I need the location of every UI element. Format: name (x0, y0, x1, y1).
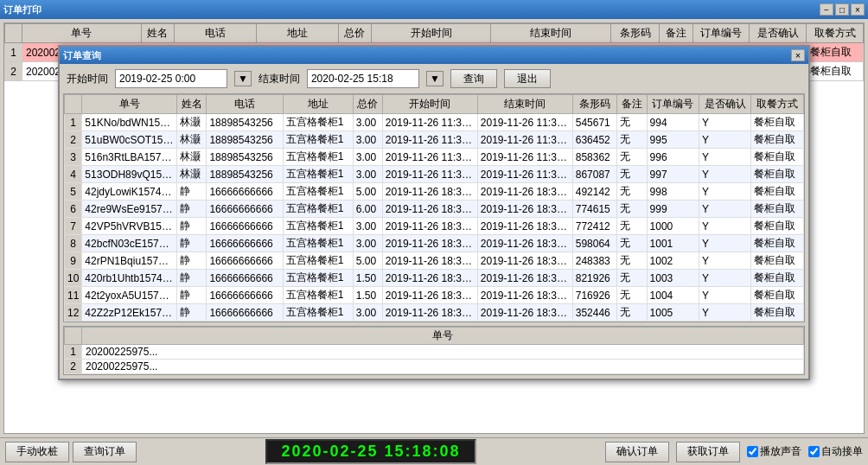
close-button[interactable]: × (851, 3, 865, 16)
start-time-input[interactable] (115, 69, 227, 88)
cell-phone: 16666666666 (207, 218, 283, 235)
cell-start: 2019-11-26 18:30:00 (382, 270, 477, 287)
cell-barcode: 716926 (572, 287, 617, 304)
cell-order-no: 42jdyLowiK1574734111 (82, 183, 177, 201)
col-order-no: 单号 (22, 24, 142, 43)
table-row[interactable]: 11 42t2yoxA5U1574736224 静 16666666666 五宫… (65, 287, 804, 304)
cell-address: 五宫格餐柜1 (283, 131, 353, 149)
row-num: 2 (5, 62, 22, 81)
exit-modal-button[interactable]: 退出 (504, 69, 551, 88)
table-row[interactable]: 10 420rb1Uhtb1574736121 静 16666666666 五宫… (65, 270, 804, 287)
cell-order-num: 994 (647, 114, 699, 131)
manual-button[interactable]: 手动收桩 (5, 442, 69, 462)
table-row[interactable]: 12 42Z2zP12Ek1574756675 静 16666666666 五宫… (65, 304, 804, 322)
table-row[interactable]: 4 513ODH89vQ1574733... 林灏 18898543256 五宫… (65, 166, 804, 183)
table-row[interactable]: 6 42re9WsEe91574734184 静 16666666666 五宫格… (65, 201, 804, 218)
col-pickup: 取餐方式 (807, 24, 864, 43)
dropdown-icon-end[interactable]: ▼ (426, 71, 444, 86)
cell-order-no: 420rb1Uhtb1574736121 (82, 270, 177, 287)
mcol-confirmed: 是否确认 (699, 95, 751, 114)
col-total: 总价 (338, 24, 371, 43)
cell-pickup: 餐柜自取 (751, 304, 804, 322)
cell-order-num: 995 (647, 131, 699, 149)
table-row[interactable]: 8 42bcfN03cE1574734229 静 16666666666 五宫格… (65, 235, 804, 252)
cell-end: 2019-11-26 11:30:00 (477, 131, 572, 149)
cell-end: 2019-11-26 18:30:00 (477, 218, 572, 235)
minicol-rownum (65, 328, 82, 345)
cell-barcode: 636452 (572, 131, 617, 149)
col-order-num: 订单编号 (692, 24, 750, 43)
query-modal-button[interactable]: 查询 (450, 69, 497, 88)
table-row[interactable]: 3 516n3RtLBA1574733224 林灏 18898543256 五宫… (65, 149, 804, 166)
modal-title: 订单查询 (63, 49, 101, 62)
clock-display: 2020-02-25 15:18:08 (265, 439, 475, 464)
cell-barcode: 598064 (572, 235, 617, 252)
cell-barcode: 248383 (572, 252, 617, 270)
cell-phone: 16666666666 (207, 183, 283, 201)
cell-start: 2019-11-26 18:30:00 (382, 235, 477, 252)
mcol-start: 开始时间 (382, 95, 477, 114)
cell-phone: 16666666666 (207, 270, 283, 287)
row-num: 10 (65, 270, 82, 287)
auto-checkbox-label: 自动接单 (808, 444, 863, 459)
table-row[interactable]: 1 51KNo/bdWN1574733... 林灏 18898543256 五宫… (65, 114, 804, 131)
cell-remark: 无 (617, 270, 647, 287)
cell-end: 2019-11-26 18:30:00 (477, 201, 572, 218)
cell-confirmed: Y (699, 131, 751, 149)
cell-phone: 16666666666 (207, 235, 283, 252)
modal-close-button[interactable]: × (791, 49, 805, 61)
auto-checkbox[interactable] (808, 446, 820, 457)
cell-total: 1.50 (353, 270, 382, 287)
cell-pickup: 餐柜自取 (751, 218, 804, 235)
cell-order-no: 516n3RtLBA1574733224 (82, 149, 177, 166)
list-item[interactable]: 1 20200225975... (65, 345, 804, 360)
cell-remark: 无 (617, 235, 647, 252)
cell-confirmed: Y (699, 304, 751, 322)
cell-name: 静 (177, 218, 207, 235)
cell-order-num: 1002 (647, 252, 699, 270)
cell-total: 5.00 (353, 252, 382, 270)
cell-order-no: 20200225975... (82, 345, 804, 360)
cell-order-num: 998 (647, 183, 699, 201)
cell-phone: 16666666666 (207, 304, 283, 322)
sound-checkbox[interactable] (747, 446, 758, 457)
dropdown-icon-start[interactable]: ▼ (234, 71, 252, 86)
col-name: 姓名 (141, 24, 174, 43)
cell-total: 3.00 (353, 304, 382, 322)
col-remark: 备注 (660, 24, 692, 43)
cell-remark: 无 (617, 149, 647, 166)
cell-order-no: 513ODH89vQ1574733... (82, 166, 177, 183)
row-num: 2 (65, 360, 82, 374)
table-row[interactable]: 2 51uBW0cSOT1574733... 林灏 18898543256 五宫… (65, 131, 804, 149)
pickup-order-button[interactable]: 获取订单 (676, 442, 740, 462)
cell-address: 五宫格餐柜1 (283, 218, 353, 235)
table-row[interactable]: 9 42rPN1Bqiu1574734561 静 16666666666 五宫格… (65, 252, 804, 270)
cell-confirmed: Y (699, 201, 751, 218)
cell-end: 2019-11-26 18:30:00 (477, 183, 572, 201)
start-time-label: 开始时间 (67, 72, 108, 86)
cell-end: 2019-11-26 18:30:00 (477, 235, 572, 252)
cell-total: 3.00 (353, 218, 382, 235)
maximize-button[interactable]: □ (835, 3, 849, 16)
cell-address: 五宫格餐柜1 (283, 270, 353, 287)
query-button[interactable]: 查询订单 (73, 442, 137, 462)
confirm-order-button[interactable]: 确认订单 (605, 442, 669, 462)
cell-name: 静 (177, 183, 207, 201)
row-num: 8 (65, 235, 82, 252)
cell-order-num: 1003 (647, 270, 699, 287)
cell-start: 2019-11-26 18:30:00 (382, 287, 477, 304)
cell-address: 五宫格餐柜1 (283, 287, 353, 304)
row-num: 2 (65, 131, 82, 149)
table-row[interactable]: 5 42jdyLowiK1574734111 静 16666666666 五宫格… (65, 183, 804, 201)
list-item[interactable]: 2 20200225975... (65, 360, 804, 374)
cell-order-num: 1000 (647, 218, 699, 235)
cell-start: 2019-11-26 18:30:00 (382, 201, 477, 218)
cell-pickup: 餐柜自取 (751, 114, 804, 131)
cell-remark: 无 (617, 183, 647, 201)
cell-remark: 无 (617, 287, 647, 304)
cell-address: 五宫格餐柜1 (283, 149, 353, 166)
cell-total: 3.00 (353, 149, 382, 166)
table-row[interactable]: 7 42VP5hVRVB15747341... 静 16666666666 五宫… (65, 218, 804, 235)
minimize-button[interactable]: − (820, 3, 833, 16)
end-time-input[interactable] (307, 69, 419, 88)
